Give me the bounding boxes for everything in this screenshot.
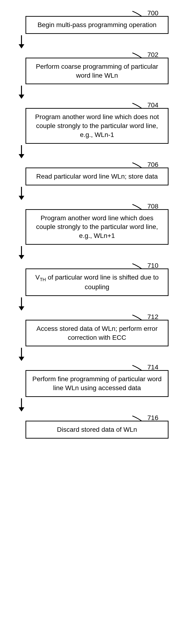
svg-marker-11 <box>19 306 24 310</box>
arrow-down-icon <box>17 347 177 363</box>
arrow-down-icon <box>17 145 177 160</box>
svg-marker-3 <box>19 94 24 99</box>
svg-marker-7 <box>19 196 24 200</box>
step-box: Discard stored data of WLn <box>26 421 168 438</box>
flow-step: 704Program another word line which does … <box>17 102 177 144</box>
flow-step: 714Perform fine programming of particula… <box>17 364 177 397</box>
arrow-down-icon <box>17 297 177 313</box>
step-box: Begin multi-pass programming operation <box>26 16 168 34</box>
flow-step: 712Access stored data of WLn; perform er… <box>17 313 177 346</box>
flow-step: 708Program another word line which does … <box>17 202 177 245</box>
step-box: Program another word line which does cou… <box>26 209 168 245</box>
arrow-down-icon <box>17 246 177 262</box>
svg-marker-13 <box>19 357 24 361</box>
step-box: Read particular word line WLn; store dat… <box>26 168 168 186</box>
step-box: Perform coarse programming of particular… <box>26 58 168 84</box>
step-box: VTH of particular word line is shifted d… <box>26 268 168 296</box>
flowchart: 700Begin multi-pass programming operatio… <box>17 10 177 438</box>
svg-marker-5 <box>19 154 24 158</box>
step-box: Access stored data of WLn; perform error… <box>26 320 168 346</box>
flow-step: 716Discard stored data of WLn <box>17 414 177 438</box>
flow-step: 702Perform coarse programming of particu… <box>17 51 177 84</box>
svg-marker-1 <box>19 44 24 48</box>
flow-step: 706Read particular word line WLn; store … <box>17 161 177 186</box>
arrow-down-icon <box>17 186 177 202</box>
svg-marker-9 <box>19 255 24 259</box>
flow-step: 700Begin multi-pass programming operatio… <box>17 10 177 34</box>
arrow-down-icon <box>17 85 177 101</box>
flow-step: 710VTH of particular word line is shifte… <box>17 262 177 296</box>
svg-marker-15 <box>19 407 24 412</box>
step-box: Perform fine programming of particular w… <box>26 370 168 397</box>
arrow-down-icon <box>17 398 177 414</box>
step-box: Program another word line which does not… <box>26 108 168 144</box>
arrow-down-icon <box>17 35 177 50</box>
